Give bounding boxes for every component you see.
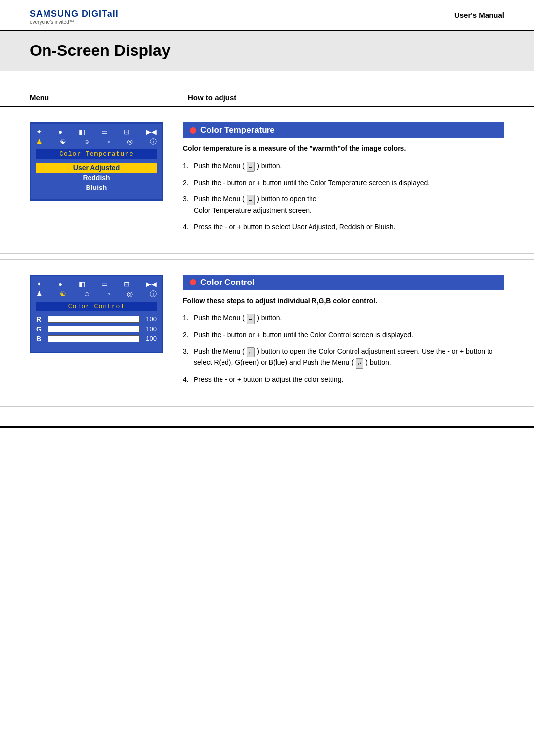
osd-icon-osd: ⊟ — [124, 128, 130, 136]
color-temp-instructions: Color Temperature Color temperature is a… — [183, 122, 504, 238]
color-temp-heading-text: Color Temperature — [200, 125, 275, 135]
osd-icon-person: ♟ — [36, 138, 43, 146]
color-control-heading: Color Control — [183, 275, 504, 290]
osd-b-label: B — [36, 335, 45, 343]
osd-r-label: R — [36, 315, 45, 323]
step-1: 1. Push the Menu ( ↵ ) button. — [183, 161, 504, 172]
osd-cc-icon-image: ◧ — [79, 280, 85, 288]
osd-icons-row2: ♟ ☯ ☺ ▫ ◎ ⓘ — [36, 138, 157, 146]
cc-step-1: 1. Push the Menu ( ↵ ) button. — [183, 313, 504, 324]
menu-btn-icon-2: ↵ — [247, 195, 255, 205]
osd-icons-row1: ✦ ● ◧ ▭ ⊟ ▶◀ — [36, 128, 157, 136]
osd-icon-square: ▫ — [107, 138, 110, 146]
header: SAMSUNG DIGITall everyone's invited™ Use… — [0, 0, 534, 31]
osd-icon-brightness: ✦ — [36, 128, 42, 136]
osd-icon-clock: ◎ — [127, 138, 133, 146]
logo-area: SAMSUNG DIGITall everyone's invited™ — [30, 9, 119, 25]
page-title-bar: On-Screen Display — [0, 31, 534, 71]
osd-color-control-screen: ✦ ● ◧ ▭ ⊟ ▶◀ ♟ ☯ ☺ ▫ ◎ ⓘ Color Control R… — [30, 275, 163, 353]
color-temp-steps: 1. Push the Menu ( ↵ ) button. 2. Push t… — [183, 161, 504, 232]
osd-item-user-adjusted: User Adjusted — [36, 163, 157, 173]
osd-r-value: 100 — [143, 315, 157, 323]
osd-b-value: 100 — [143, 335, 157, 342]
menu-btn-icon-cc3: ↵ — [356, 358, 364, 369]
color-control-instructions: Color Control Follow these steps to adju… — [183, 275, 504, 391]
step-2: 2. Push the - button or + button until t… — [183, 178, 504, 188]
osd-item-reddish: Reddish — [36, 173, 157, 183]
osd-title-color-temp: Color Temperature — [36, 149, 157, 159]
osd-icon-contrast: ● — [58, 128, 62, 136]
samsung-logo: SAMSUNG DIGITall — [30, 9, 119, 19]
osd-cc-icon-brightness: ✦ — [36, 280, 42, 288]
osd-g-value: 100 — [143, 325, 157, 332]
osd-g-bar — [48, 326, 140, 332]
osd-icon-smiley: ☺ — [83, 138, 90, 146]
color-control-subtitle: Follow these steps to adjust individual … — [183, 296, 504, 306]
heading-dot-2 — [190, 279, 196, 285]
menu-btn-icon: ↵ — [247, 162, 255, 172]
osd-cc-icon-osd: ⊟ — [124, 280, 130, 288]
color-temperature-section: ✦ ● ◧ ▭ ⊟ ▶◀ ♟ ☯ ☺ ▫ ◎ ⓘ Color Temperatu… — [0, 107, 534, 254]
menu-btn-icon-cc2: ↵ — [247, 347, 255, 358]
osd-cc-icon-clock: ◎ — [127, 290, 133, 299]
cc-step-2: 2. Push the - button or + button until t… — [183, 330, 504, 340]
osd-title-color-control: Color Control — [36, 302, 157, 311]
osd-cc-icon-palette: ☯ — [60, 290, 66, 299]
cc-step-4: 4. Press the - or + button to adjust the… — [183, 375, 504, 385]
column-headers: Menu How to adjust — [0, 85, 534, 107]
osd-cc-icon-screen: ▭ — [101, 280, 108, 288]
osd-cc-icons-row2: ♟ ☯ ☺ ▫ ◎ ⓘ — [36, 290, 157, 299]
osd-cc-icons-row1: ✦ ● ◧ ▭ ⊟ ▶◀ — [36, 280, 157, 288]
osd-cc-icon-info: ⓘ — [150, 290, 157, 299]
color-control-heading-text: Color Control — [200, 278, 255, 287]
bottom-bar — [0, 426, 534, 428]
logo-tagline: everyone's invited™ — [30, 19, 119, 25]
osd-r-bar — [48, 316, 140, 323]
osd-cc-icon-arrow: ▶◀ — [146, 280, 157, 288]
osd-cc-icon-contrast: ● — [58, 280, 62, 288]
osd-icon-info: ⓘ — [150, 138, 157, 146]
osd-cc-icon-smiley: ☺ — [83, 290, 90, 299]
osd-row-r: R 100 — [36, 315, 157, 323]
step-3: 3. Push the Menu ( ↵ ) button to open th… — [183, 194, 504, 216]
menu-column-header: Menu — [30, 94, 188, 102]
osd-g-label: G — [36, 325, 45, 333]
color-temp-subtitle: Color temperature is a measure of the "w… — [183, 144, 504, 154]
menu-btn-icon-cc1: ↵ — [247, 314, 255, 324]
heading-dot — [190, 127, 196, 134]
osd-cc-icon-square: ▫ — [107, 290, 110, 299]
osd-icon-arrow: ▶◀ — [146, 128, 157, 136]
how-column-header: How to adjust — [188, 94, 236, 102]
osd-icon-image: ◧ — [79, 128, 85, 136]
color-control-section: ✦ ● ◧ ▭ ⊟ ▶◀ ♟ ☯ ☺ ▫ ◎ ⓘ Color Control R… — [0, 259, 534, 407]
cc-step-3: 3. Push the Menu ( ↵ ) button to open th… — [183, 346, 504, 369]
page-title: On-Screen Display — [30, 42, 171, 59]
step-4: 4. Press the - or + button to select Use… — [183, 222, 504, 232]
osd-icon-screen: ▭ — [101, 128, 108, 136]
osd-color-temp-screen: ✦ ● ◧ ▭ ⊟ ▶◀ ♟ ☯ ☺ ▫ ◎ ⓘ Color Temperatu… — [30, 122, 163, 201]
color-control-steps: 1. Push the Menu ( ↵ ) button. 2. Push t… — [183, 313, 504, 385]
osd-row-g: G 100 — [36, 325, 157, 333]
manual-title: User's Manual — [454, 9, 504, 19]
osd-row-b: B 100 — [36, 335, 157, 343]
osd-icon-palette: ☯ — [60, 138, 66, 146]
osd-item-bluish: Bluish — [36, 183, 157, 192]
osd-b-bar — [48, 335, 140, 342]
color-temp-heading: Color Temperature — [183, 122, 504, 138]
osd-cc-icon-person: ♟ — [36, 290, 43, 299]
